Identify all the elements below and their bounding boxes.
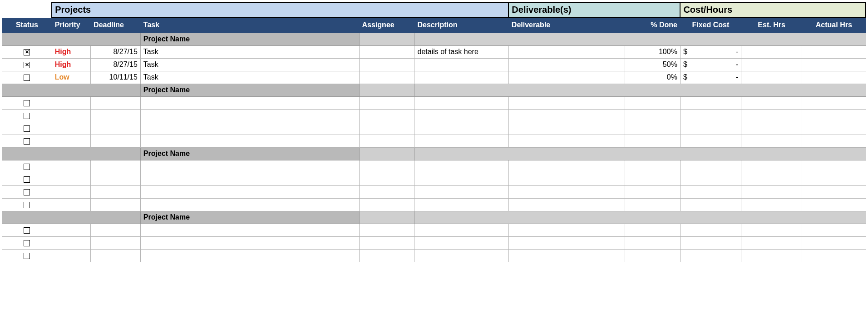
col-priority[interactable]: Priority xyxy=(52,17,90,33)
cell-description[interactable] xyxy=(414,236,508,249)
cell-deadline[interactable] xyxy=(91,198,141,211)
cell-deadline[interactable] xyxy=(91,109,141,122)
col-task[interactable]: Task xyxy=(140,17,359,33)
cell-pct-done[interactable] xyxy=(625,224,680,236)
cell-est-hrs[interactable] xyxy=(741,173,802,185)
status-checkbox[interactable] xyxy=(24,176,30,183)
task-row[interactable] xyxy=(2,198,866,211)
task-row[interactable] xyxy=(2,135,866,147)
cell-deliverable[interactable] xyxy=(508,122,625,135)
status-checkbox[interactable]: ✕ xyxy=(24,49,30,55)
cell-priority[interactable] xyxy=(52,135,90,147)
cell-deliverable[interactable] xyxy=(508,185,625,198)
cell-task[interactable] xyxy=(140,135,359,147)
status-checkbox[interactable] xyxy=(24,189,30,195)
task-row[interactable] xyxy=(2,109,866,122)
cell-task[interactable] xyxy=(140,198,359,211)
cell-assignee[interactable] xyxy=(359,135,414,147)
cell-status[interactable] xyxy=(2,109,52,122)
status-checkbox[interactable] xyxy=(24,164,30,170)
task-row[interactable] xyxy=(2,96,866,109)
cell-status[interactable] xyxy=(2,71,52,84)
cell-pct-done[interactable] xyxy=(625,122,680,135)
cell-priority[interactable] xyxy=(52,236,90,249)
cell-status[interactable] xyxy=(2,96,52,109)
cell-est-hrs[interactable] xyxy=(741,135,802,147)
cell-est-hrs[interactable] xyxy=(741,58,802,71)
col-actual-hrs[interactable]: Actual Hrs xyxy=(802,17,866,33)
cell-est-hrs[interactable] xyxy=(741,45,802,58)
cell-pct-done[interactable] xyxy=(625,249,680,262)
group-name[interactable]: Project Name xyxy=(140,84,359,96)
cell-status[interactable]: ✕ xyxy=(2,45,52,58)
cell-est-hrs[interactable] xyxy=(741,160,802,173)
cell-task[interactable] xyxy=(140,185,359,198)
task-row[interactable] xyxy=(2,173,866,185)
cell-fixed-cost[interactable]: $- xyxy=(680,71,741,84)
cell-pct-done[interactable]: 100% xyxy=(625,45,680,58)
cell-description[interactable] xyxy=(414,122,508,135)
cell-actual-hrs[interactable] xyxy=(802,45,866,58)
cell-task[interactable]: Task xyxy=(140,58,359,71)
cell-assignee[interactable] xyxy=(359,45,414,58)
status-checkbox[interactable] xyxy=(24,227,30,234)
cell-deadline[interactable]: 10/11/15 xyxy=(91,71,141,84)
cell-task[interactable] xyxy=(140,173,359,185)
cell-fixed-cost[interactable] xyxy=(680,236,741,249)
task-row[interactable]: ✕High8/27/15Task50%$- xyxy=(2,58,866,71)
cell-est-hrs[interactable] xyxy=(741,71,802,84)
task-row[interactable] xyxy=(2,236,866,249)
cell-actual-hrs[interactable] xyxy=(802,71,866,84)
cell-priority[interactable] xyxy=(52,249,90,262)
cell-description[interactable] xyxy=(414,249,508,262)
cell-fixed-cost[interactable]: $- xyxy=(680,45,741,58)
cell-priority[interactable] xyxy=(52,160,90,173)
col-description[interactable]: Description xyxy=(414,17,508,33)
cell-actual-hrs[interactable] xyxy=(802,185,866,198)
cell-pct-done[interactable] xyxy=(625,198,680,211)
col-fixed-cost[interactable]: Fixed Cost xyxy=(680,17,741,33)
cell-deliverable[interactable] xyxy=(508,198,625,211)
status-checkbox[interactable] xyxy=(24,240,30,246)
cell-description[interactable] xyxy=(414,173,508,185)
cell-assignee[interactable] xyxy=(359,160,414,173)
cell-task[interactable] xyxy=(140,236,359,249)
cell-deadline[interactable]: 8/27/15 xyxy=(91,58,141,71)
cell-deadline[interactable] xyxy=(91,185,141,198)
cell-est-hrs[interactable] xyxy=(741,185,802,198)
cell-description[interactable] xyxy=(414,96,508,109)
cell-fixed-cost[interactable] xyxy=(680,198,741,211)
task-row[interactable] xyxy=(2,249,866,262)
cell-task[interactable] xyxy=(140,96,359,109)
cell-status[interactable] xyxy=(2,224,52,236)
cell-priority[interactable]: High xyxy=(52,45,90,58)
cell-description[interactable] xyxy=(414,109,508,122)
cell-description[interactable] xyxy=(414,71,508,84)
col-status[interactable]: Status xyxy=(2,17,52,33)
task-row[interactable] xyxy=(2,160,866,173)
cell-assignee[interactable] xyxy=(359,71,414,84)
cell-actual-hrs[interactable] xyxy=(802,135,866,147)
cell-assignee[interactable] xyxy=(359,249,414,262)
cell-pct-done[interactable] xyxy=(625,109,680,122)
cell-deliverable[interactable] xyxy=(508,249,625,262)
cell-est-hrs[interactable] xyxy=(741,249,802,262)
cell-actual-hrs[interactable] xyxy=(802,58,866,71)
cell-description[interactable] xyxy=(414,224,508,236)
cell-task[interactable] xyxy=(140,160,359,173)
cell-fixed-cost[interactable] xyxy=(680,135,741,147)
cell-deliverable[interactable] xyxy=(508,96,625,109)
cell-actual-hrs[interactable] xyxy=(802,198,866,211)
cell-deliverable[interactable] xyxy=(508,109,625,122)
cell-fixed-cost[interactable] xyxy=(680,173,741,185)
cell-priority[interactable] xyxy=(52,96,90,109)
col-pct-done[interactable]: % Done xyxy=(625,17,680,33)
task-row[interactable] xyxy=(2,224,866,236)
cell-pct-done[interactable] xyxy=(625,236,680,249)
cell-est-hrs[interactable] xyxy=(741,122,802,135)
cell-deadline[interactable] xyxy=(91,135,141,147)
cell-actual-hrs[interactable] xyxy=(802,160,866,173)
cell-status[interactable] xyxy=(2,249,52,262)
cell-est-hrs[interactable] xyxy=(741,109,802,122)
col-deadline[interactable]: Deadline xyxy=(91,17,141,33)
